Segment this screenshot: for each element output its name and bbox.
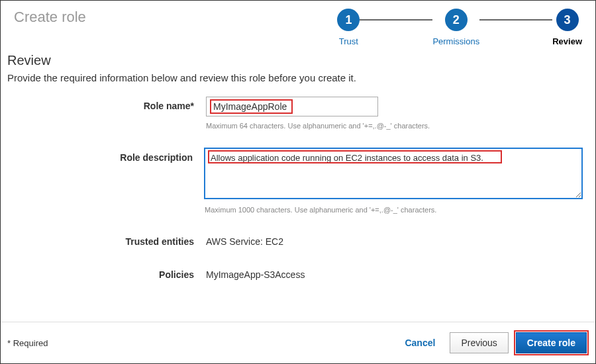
cancel-button[interactable]: Cancel: [395, 332, 444, 353]
trusted-entities-label: Trusted entities: [14, 232, 206, 247]
step-label-permissions: Permissions: [432, 36, 479, 46]
role-desc-label: Role description: [14, 148, 205, 163]
role-name-label: Role name*: [14, 97, 206, 111]
create-role-highlight: Create role: [514, 330, 589, 355]
role-name-highlight: MyImageAppRole: [210, 99, 293, 114]
required-note: * Required: [7, 338, 48, 348]
footer-buttons: Cancel Previous Create role: [395, 330, 589, 355]
step-line: [360, 19, 432, 21]
step-review[interactable]: 3 Review: [552, 9, 582, 46]
step-circle-2: 2: [445, 9, 468, 31]
step-line: [479, 19, 552, 21]
section-title: Review: [7, 53, 582, 68]
role-desc-help: Maximum 1000 characters. Use alphanumeri…: [205, 206, 582, 214]
policies-value: MyImageApp-S3Access: [206, 265, 582, 280]
step-circle-1: 1: [337, 9, 360, 31]
role-name-value: MyImageAppRole: [213, 101, 287, 112]
step-trust[interactable]: 1 Trust: [337, 9, 360, 46]
step-circle-3: 3: [556, 9, 579, 31]
stepper: 1 Trust 2 Permissions 3 Review: [337, 9, 582, 46]
role-desc-input[interactable]: [205, 148, 582, 199]
previous-button[interactable]: Previous: [450, 332, 508, 353]
footer: * Required Cancel Previous Create role: [1, 322, 595, 363]
step-label-review: Review: [552, 36, 582, 46]
trusted-entities-value: AWS Service: EC2: [206, 232, 582, 247]
role-name-input[interactable]: MyImageAppRole: [206, 97, 378, 116]
policies-label: Policies: [14, 265, 206, 280]
step-permissions[interactable]: 2 Permissions: [432, 9, 479, 46]
create-role-button[interactable]: Create role: [516, 332, 587, 353]
step-label-trust: Trust: [339, 36, 358, 46]
section-subtitle: Provide the required information below a…: [7, 72, 582, 83]
role-name-help: Maximum 64 characters. Use alphanumeric …: [206, 122, 582, 130]
page-title: Create role: [14, 9, 86, 26]
